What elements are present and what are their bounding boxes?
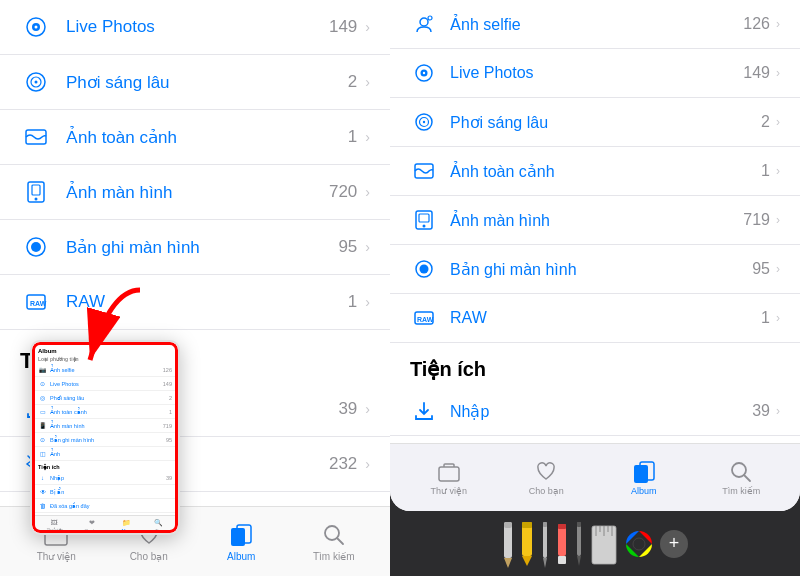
panorama-icon	[20, 121, 52, 153]
svg-point-2	[35, 26, 38, 29]
right-list-item-panorama[interactable]: Ảnh toàn cảnh 1 ›	[390, 147, 800, 196]
right-tab-search-label: Tìm kiếm	[722, 486, 760, 496]
chevron-icon: ›	[365, 239, 370, 255]
raw-icon: RAW	[410, 304, 438, 332]
tools-bar: +	[390, 511, 800, 576]
screen-record-count: 95	[752, 260, 770, 278]
screen-record-icon	[410, 255, 438, 283]
svg-rect-65	[577, 522, 581, 527]
right-list-item-screenshot[interactable]: Ảnh màn hình 719 ›	[390, 196, 800, 245]
color-wheel-button[interactable]	[624, 518, 654, 570]
right-tab-album-label: Album	[631, 486, 657, 496]
svg-marker-64	[577, 556, 581, 566]
chevron-icon: ›	[365, 74, 370, 90]
svg-point-38	[420, 265, 429, 274]
slow-motion-label: Phơi sáng lâu	[66, 72, 348, 93]
live-photos-icon	[20, 11, 52, 43]
right-list-item-selfie[interactable]: Ảnh selfie 126 ›	[390, 0, 800, 49]
raw-count: 1	[761, 309, 770, 327]
library-tab-icon	[438, 460, 460, 483]
slow-motion-count: 2	[348, 72, 357, 92]
screen-record-label: Bản ghi màn hình	[66, 237, 338, 258]
search-tab-icon	[730, 459, 752, 483]
svg-rect-33	[415, 164, 433, 178]
chevron-icon: ›	[365, 129, 370, 145]
svg-line-50	[744, 475, 750, 481]
tool-pen-2[interactable]	[574, 518, 584, 570]
list-item-live-photos[interactable]: Live Photos 149 ›	[0, 0, 390, 55]
tab-library-label: Thư viện	[37, 551, 76, 562]
right-utilities-section-header: Tiện ích	[390, 343, 800, 387]
svg-rect-62	[558, 524, 566, 529]
right-panel: Ảnh selfie 126 › Live Photos 149 ›	[390, 0, 800, 576]
svg-point-5	[35, 81, 38, 84]
svg-point-29	[423, 72, 425, 74]
tool-pencil-1[interactable]	[502, 518, 514, 570]
screenshot-label: Ảnh màn hình	[66, 182, 329, 203]
panorama-label: Ảnh toàn cảnh	[450, 162, 761, 181]
search-tab-icon	[323, 521, 345, 547]
chevron-icon: ›	[365, 401, 370, 417]
svg-point-9	[35, 198, 38, 201]
tab-album[interactable]: Album	[195, 521, 288, 562]
chevron-icon: ›	[776, 311, 780, 325]
list-item-panorama[interactable]: Ảnh toàn cảnh 1 ›	[0, 110, 390, 165]
list-item-slow-motion[interactable]: Phơi sáng lâu 2 ›	[0, 55, 390, 110]
screen-record-count: 95	[338, 237, 357, 257]
right-list-item-slow-motion[interactable]: Phơi sáng lâu 2 ›	[390, 98, 800, 147]
tab-search[interactable]: Tìm kiếm	[288, 521, 381, 562]
svg-marker-52	[504, 558, 512, 568]
chevron-icon: ›	[365, 19, 370, 35]
right-list-item-screen-record[interactable]: Bản ghi màn hình 95 ›	[390, 245, 800, 294]
import-count: 39	[752, 402, 770, 420]
tool-ruler[interactable]	[590, 518, 618, 570]
chevron-icon: ›	[776, 164, 780, 178]
list-item-screenshot[interactable]: Ảnh màn hình 720 ›	[0, 165, 390, 220]
chevron-icon: ›	[365, 456, 370, 472]
chevron-icon: ›	[365, 294, 370, 310]
raw-count: 1	[348, 292, 357, 312]
slow-motion-icon	[20, 66, 52, 98]
slow-motion-icon	[410, 108, 438, 136]
iphone-screen: Ảnh selfie 126 › Live Photos 149 ›	[390, 0, 800, 511]
panorama-count: 1	[348, 127, 357, 147]
svg-point-36	[423, 225, 426, 228]
svg-point-25	[420, 18, 428, 26]
tool-highlighter[interactable]	[520, 518, 534, 570]
screenshot-icon	[410, 206, 438, 234]
add-tool-button[interactable]: +	[660, 518, 688, 570]
thumbnail-screenshot: Album Loại phương tiện 📷 Ảnh selfie 126 …	[30, 340, 180, 535]
right-tab-for-you[interactable]: Cho bạn	[498, 459, 596, 496]
svg-line-24	[337, 538, 343, 544]
svg-rect-61	[558, 556, 566, 564]
screenshot-icon	[20, 176, 52, 208]
svg-marker-55	[522, 556, 532, 566]
chevron-icon: ›	[776, 17, 780, 31]
svg-marker-58	[543, 558, 547, 568]
screen-record-label: Bản ghi màn hình	[450, 260, 752, 279]
right-tab-album[interactable]: Album	[595, 459, 693, 496]
right-list-item-hidden[interactable]: Bị ẩn 232 ›	[390, 436, 800, 443]
svg-rect-57	[543, 522, 547, 558]
chevron-icon: ›	[776, 66, 780, 80]
svg-point-73	[631, 536, 647, 552]
tool-eraser[interactable]	[556, 518, 568, 570]
right-list-item-import[interactable]: Nhập 39 ›	[390, 387, 800, 436]
screenshot-count: 719	[743, 211, 770, 229]
live-photos-count: 149	[329, 17, 357, 37]
list-item-raw[interactable]: RAW RAW 1 ›	[0, 275, 390, 330]
import-count: 39	[338, 399, 357, 419]
svg-rect-46	[439, 467, 459, 481]
chevron-icon: ›	[776, 404, 780, 418]
live-photos-label: Live Photos	[450, 64, 743, 82]
tool-pen-1[interactable]	[540, 518, 550, 570]
right-tab-library[interactable]: Thư viện	[400, 460, 498, 496]
right-list-item-raw[interactable]: RAW RAW 1 ›	[390, 294, 800, 343]
right-tab-for-you-label: Cho bạn	[529, 486, 564, 496]
svg-rect-59	[543, 522, 547, 527]
svg-rect-56	[522, 522, 532, 528]
for-you-tab-icon	[535, 459, 557, 483]
list-item-screen-record[interactable]: Bản ghi màn hình 95 ›	[0, 220, 390, 275]
right-list-item-live-photos[interactable]: Live Photos 149 ›	[390, 49, 800, 98]
right-tab-search[interactable]: Tìm kiếm	[693, 459, 791, 496]
